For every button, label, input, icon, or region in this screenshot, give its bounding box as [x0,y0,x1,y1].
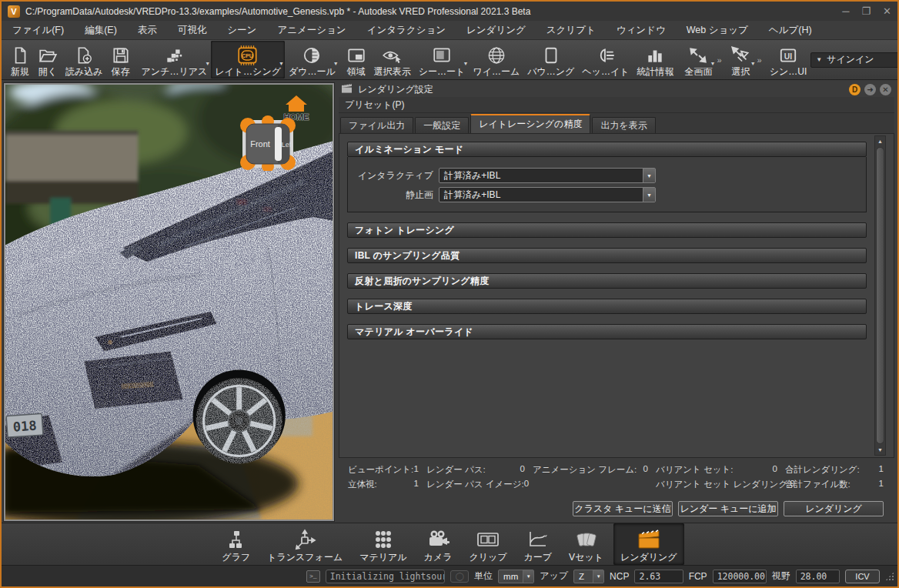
panel-close-button[interactable]: ✕ [880,84,891,95]
scroll-down-arrow[interactable]: ▼ [875,445,885,455]
terminal-icon[interactable]: >_ [306,570,320,583]
tool-antialiasing[interactable]: ▼ アンチ…リアス [138,41,212,79]
sync-disabled-button[interactable]: ◯ [450,570,469,583]
selection-tool-icon [730,45,753,66]
cube-left-face[interactable]: Lef [282,141,292,149]
tab-show-output[interactable]: 出力を表示 [592,117,655,133]
chevron-down-icon[interactable]: ▼ [593,570,603,583]
resize-grip[interactable] [885,572,894,581]
section-header-material-override[interactable]: マテリアル オーバーライド [347,324,867,339]
toolbar-overflow-chevron[interactable]: » [757,55,763,65]
add-to-render-queue-button[interactable]: レンダー キューに追加 [678,501,778,516]
interactive-mode-select[interactable]: 計算済み+IBL ▼ [439,168,656,183]
module-camera[interactable]: カメラ [417,523,460,565]
scrollbar-thumb[interactable] [876,147,884,444]
menu-edit[interactable]: 編集(E) [85,24,117,37]
tool-headlight[interactable]: ヘッ…イト [578,41,633,79]
menu-file[interactable]: ファイル(F) [12,24,64,37]
menu-interaction[interactable]: インタラクション [367,24,446,37]
fov-field[interactable]: 28.00 [796,570,840,583]
menu-script[interactable]: スクリプト [546,24,596,37]
still-frame-mode-value: 計算済み+IBL [439,189,643,202]
stat-label: 合計レンダリング: [785,464,860,476]
tool-downscale[interactable]: ▼ ダウ…ール [285,41,339,79]
toolbar-overflow-chevron[interactable]: » [716,55,722,65]
view-cube[interactable]: HOME Front Lef [236,91,316,171]
ncp-field[interactable]: 2.63 [634,570,683,583]
undock-arrow-button[interactable]: ➜ [864,84,876,95]
maximize-button[interactable]: ❐ [861,5,871,17]
cube-front-face[interactable]: Front [250,139,270,149]
icv-button[interactable]: ICV [845,570,880,583]
scroll-up-arrow[interactable]: ▲ [875,136,885,146]
dock-button[interactable]: D [849,84,861,95]
menu-help[interactable]: ヘルプ(H) [769,24,812,37]
dropdown-arrow-icon[interactable]: ▼ [333,61,339,66]
panel-header[interactable]: レンダリング設定 D ➜ ✕ [339,82,894,97]
unit-select[interactable]: mm ▼ [498,570,534,583]
module-curve[interactable]: カーブ [517,523,560,565]
module-vset[interactable]: Vセット [562,523,610,565]
eye-cursor-icon [382,45,403,66]
menu-rendering[interactable]: レンダリング [466,24,526,37]
section-header-illumination[interactable]: イルミネーション モード [347,142,867,157]
menu-scene[interactable]: シーン [227,24,256,37]
render-button[interactable]: レンダリング [784,501,884,516]
send-to-cluster-queue-button[interactable]: クラスタ キューに送信 [573,501,673,516]
section-header-reflection-refraction[interactable]: 反射と屈折のサンプリング精度 [347,273,867,289]
tool-open[interactable]: 開く [34,41,62,79]
dropdown-arrow-icon[interactable]: ▼ [463,61,468,66]
tool-save[interactable]: 保存 [107,41,135,79]
tool-new[interactable]: 新規 [6,41,34,79]
dropdown-arrow-icon[interactable]: ▼ [279,61,284,66]
module-transform[interactable]: トランスフォーム [260,523,349,565]
tool-sync-ui[interactable]: UI シン…UI [766,41,811,79]
tool-raytracing[interactable]: CPU ▼ レイト…シング [211,41,285,79]
menu-window[interactable]: ウィンドウ [617,24,666,37]
sign-in-dropdown[interactable]: ▼ サインイン [810,52,899,68]
module-graph[interactable]: グラフ [215,523,257,565]
tool-region[interactable]: 領域 [343,41,370,79]
section-header-photon-tracing[interactable]: フォトン トレーシング [347,222,867,238]
tool-statistics[interactable]: 統計情報 [633,41,677,79]
tool-viewport-sheet[interactable]: ▼ シー…ート [415,41,470,79]
chevron-down-icon[interactable]: ▼ [523,570,533,583]
render-viewport[interactable]: 018 HOME [2,80,336,523]
menu-webshop[interactable]: Web ショップ [687,24,748,37]
tool-import[interactable]: 読み込み [62,41,107,79]
preset-menu[interactable]: プリセット(P) [339,97,894,113]
tool-fullscreen[interactable]: ▼ 全画面 [680,41,716,79]
tool-select[interactable]: ▼ 選択 [726,41,757,79]
render-settings-panel: レンダリング設定 D ➜ ✕ プリセット(P) ファイル出力 一般設定 レイトレ… [336,80,897,523]
home-icon[interactable]: HOME [284,95,309,122]
dropdown-arrow-icon[interactable]: ▼ [710,61,716,66]
module-clip[interactable]: クリップ [462,523,513,565]
chevron-down-icon[interactable]: ▼ [643,169,655,182]
tab-general-settings[interactable]: 一般設定 [415,117,469,133]
menu-visualization[interactable]: 可視化 [178,24,207,37]
menu-animation[interactable]: アニメーション [277,24,346,37]
settings-scrollbar[interactable]: ▲ ▼ [874,135,886,456]
tool-wireframe[interactable]: ワイ…ーム [469,41,523,79]
chevron-down-icon[interactable]: ▼ [643,188,655,202]
interactive-label: インタラクティブ [348,169,439,182]
menu-view[interactable]: 表示 [138,24,157,37]
section-header-ibl-sampling[interactable]: IBL のサンプリング品質 [347,248,867,263]
tab-raytracing-quality[interactable]: レイトレーシングの精度 [470,114,590,133]
tab-file-output[interactable]: ファイル出力 [340,117,413,133]
status-message-field[interactable]: Initializing lightsourc… [326,570,446,583]
main-toolbar: 新規 開く 読み込み 保存 ▼ アンチ…リアス [2,40,897,80]
tool-show-selection[interactable]: 選択表示 [370,41,415,79]
dropdown-arrow-icon[interactable]: ▼ [205,61,210,66]
fcp-field[interactable]: 120000.00 [713,570,767,583]
tool-bounding-box[interactable]: バウ…ング [523,41,578,79]
minimize-button[interactable]: ─ [842,5,849,17]
module-rendering[interactable]: レンダリング [613,523,684,565]
up-axis-select[interactable]: Z ▼ [573,570,604,583]
viewport-frame: 018 HOME [4,83,334,521]
still-frame-mode-select[interactable]: 計算済み+IBL ▼ [439,187,656,202]
close-button[interactable]: ✕ [883,5,891,17]
section-header-trace-depth[interactable]: トレース深度 [347,299,867,314]
module-material[interactable]: マテリアル [353,523,413,565]
dropdown-arrow-icon[interactable]: ▼ [750,61,756,66]
